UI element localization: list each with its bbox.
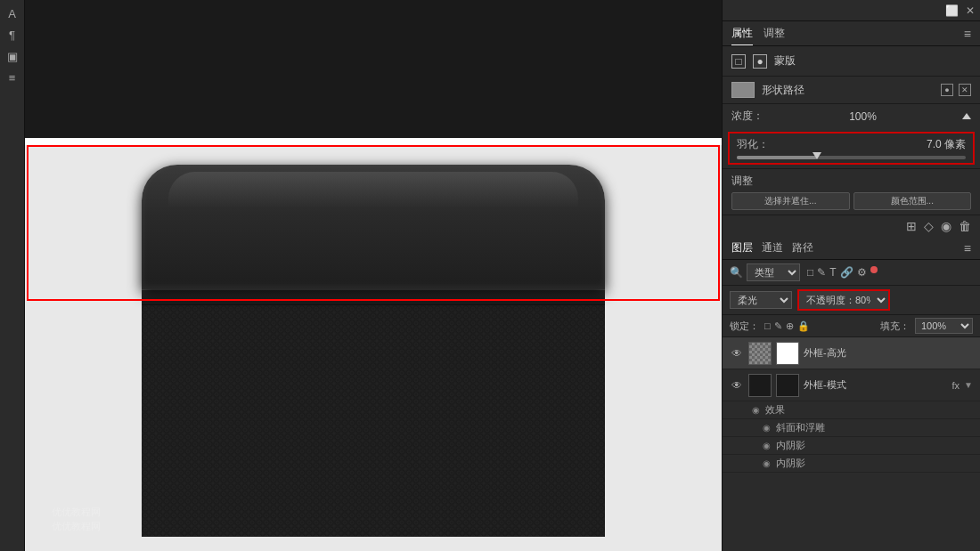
bevel-label: 斜面和浮雕: [776, 421, 825, 434]
panel-close-icon[interactable]: ✕: [966, 4, 975, 17]
layers-panel: 图层 通道 路径 ≡ 🔍 类型 □ ✎ T 🔗 ⚙: [723, 237, 980, 551]
inner-shadow-2-label: 内阴影: [776, 457, 805, 470]
bottom-icon-row: ⊞ ◇ ◉ 🗑: [723, 215, 980, 237]
density-row: 浓度： 100%: [723, 104, 980, 128]
layer-fx-icon-2[interactable]: fx: [952, 380, 960, 391]
layers-menu-icon[interactable]: ≡: [964, 241, 971, 255]
layer-thumb-2a: [748, 374, 772, 397]
lock-pixel-icon[interactable]: □: [764, 320, 771, 331]
layer-sub-bevel[interactable]: ◉ 斜面和浮雕: [723, 419, 980, 437]
layer-thumb-1a: [748, 342, 772, 365]
device-body: [142, 165, 605, 537]
layer-expand-2[interactable]: ▼: [964, 380, 973, 390]
right-panel: ⬜ ✕ 属性 调整 ≡ □ ● 蒙版 形状路径 ● ✕ 浓度： 100%: [722, 0, 980, 551]
fill-value-row: 100%: [915, 318, 973, 334]
canvas-top-dark: [25, 0, 722, 138]
filter-type-select[interactable]: 类型: [747, 263, 800, 281]
circle-icon[interactable]: ◉: [941, 219, 951, 233]
feather-section: 羽化： 7.0 像素: [728, 132, 975, 165]
shape-icons: ● ✕: [941, 84, 971, 96]
effects-eye[interactable]: ◉: [749, 404, 762, 417]
select-and-mask-button[interactable]: 选择并遮住...: [731, 192, 850, 210]
adjust-section: 调整 选择并遮住... 颜色范围...: [723, 168, 980, 215]
tool-image-icon[interactable]: ▣: [3, 46, 22, 66]
diamond-icon[interactable]: ◇: [924, 219, 934, 233]
grid-icon[interactable]: ⊞: [906, 219, 917, 233]
filter-icons-row: □ ✎ T 🔗 ⚙: [807, 266, 878, 279]
watermark-line1: 优优教程网: [52, 506, 101, 519]
mask-vector-icon[interactable]: ●: [753, 54, 767, 69]
feather-slider-fill: [737, 156, 817, 159]
canvas-device-area: 优优教程网 优优教程网: [25, 145, 722, 551]
effects-label: 效果: [765, 403, 785, 417]
filter-icon-text[interactable]: T: [829, 266, 836, 279]
properties-menu-icon[interactable]: ≡: [964, 27, 971, 41]
watermark-line2: 优优教程网: [52, 520, 101, 533]
adjust-buttons: 选择并遮住... 颜色范围...: [731, 192, 971, 210]
tab-properties[interactable]: 属性: [731, 22, 753, 45]
tool-text-icon[interactable]: A: [3, 4, 22, 23]
filter-icon-brush[interactable]: ✎: [817, 266, 826, 279]
fill-label: 填充：: [880, 320, 910, 333]
density-slider-thumb[interactable]: [962, 113, 971, 119]
layer-thumb-2b: [776, 374, 799, 397]
device-top-rounded: [142, 165, 605, 289]
blend-mode-select[interactable]: 柔光: [730, 291, 792, 309]
mask-pixel-icon[interactable]: □: [731, 54, 746, 69]
device-top-highlight: [168, 172, 578, 207]
canvas-white-band: [25, 138, 722, 145]
shape-icon-2[interactable]: ✕: [959, 84, 971, 96]
layer-name-1: 外框-高光: [804, 347, 846, 358]
feather-label: 羽化：: [737, 137, 769, 152]
tab-channels[interactable]: 通道: [762, 238, 783, 258]
layer-item-waiguang-highlight[interactable]: 👁 外框-高光: [723, 337, 980, 369]
blend-row: 柔光 不透明度：80%: [723, 286, 980, 315]
adjust-label: 调整: [731, 174, 971, 189]
shape-icon-1[interactable]: ●: [941, 84, 953, 96]
lock-brush-icon[interactable]: ✎: [774, 320, 782, 332]
lock-row: 锁定： □ ✎ ⊕ 🔒 填充： 100%: [723, 315, 980, 337]
panel-dock-icon[interactable]: ⬜: [945, 4, 959, 17]
layer-list: 👁 外框-高光 👁 外框-模式 fx ▼: [723, 337, 980, 551]
shape-color-swatch[interactable]: [731, 82, 755, 98]
bevel-eye[interactable]: ◉: [760, 422, 772, 434]
inner-shadow-1-label: 内阴影: [776, 439, 805, 452]
density-label: 浓度：: [731, 109, 764, 124]
feather-slider-thumb[interactable]: [813, 152, 821, 159]
layer-item-waiguang-mode[interactable]: 👁 外框-模式 fx ▼: [723, 369, 980, 401]
filter-icon-smart[interactable]: ⚙: [857, 266, 867, 279]
lock-label: 锁定：: [730, 320, 759, 333]
mask-section: □ ● 蒙版: [723, 46, 980, 77]
app-container: A ¶ ▣ ≡ 优优教程网 优优教程网: [0, 0, 980, 551]
feather-value: 7.0 像素: [927, 137, 966, 152]
lock-move-icon[interactable]: ⊕: [786, 320, 794, 332]
trash-icon[interactable]: 🗑: [959, 219, 971, 233]
color-range-button[interactable]: 颜色范围...: [853, 192, 972, 210]
tool-align-icon[interactable]: ≡: [3, 68, 22, 87]
mask-label: 蒙版: [774, 53, 796, 69]
lock-icons: □ ✎ ⊕ 🔒: [764, 320, 810, 332]
opacity-select[interactable]: 不透明度：80%: [799, 291, 888, 309]
device-middle-band: [142, 289, 605, 305]
tab-paths[interactable]: 路径: [792, 238, 813, 258]
layer-eye-2[interactable]: 👁: [730, 378, 744, 393]
inner-shadow-1-eye[interactable]: ◉: [760, 440, 772, 452]
tool-paragraph-icon[interactable]: ¶: [3, 25, 22, 45]
filter-icon-shape[interactable]: 🔗: [840, 266, 853, 279]
device-lower: [142, 305, 605, 537]
fill-select[interactable]: 100%: [915, 318, 973, 334]
filter-icon-pixel[interactable]: □: [807, 266, 813, 279]
layer-sub-inner-shadow-1[interactable]: ◉ 内阴影: [723, 437, 980, 455]
layer-sub-inner-shadow-2[interactable]: ◉ 内阴影: [723, 455, 980, 473]
feather-slider-track[interactable]: [737, 156, 966, 159]
inner-shadow-2-eye[interactable]: ◉: [760, 458, 772, 470]
watermark: 优优教程网 优优教程网: [52, 506, 101, 533]
properties-tabs: 属性 调整 ≡: [723, 21, 980, 46]
layer-eye-1[interactable]: 👁: [730, 346, 744, 361]
tab-adjustments[interactable]: 调整: [764, 22, 785, 45]
layer-effects-label: ◉ 效果: [723, 401, 980, 419]
canvas-area: 优优教程网 优优教程网: [25, 0, 722, 551]
tab-layers[interactable]: 图层: [731, 238, 753, 258]
lock-all-icon[interactable]: 🔒: [797, 320, 810, 332]
shape-path-label: 形状路径: [762, 83, 934, 98]
